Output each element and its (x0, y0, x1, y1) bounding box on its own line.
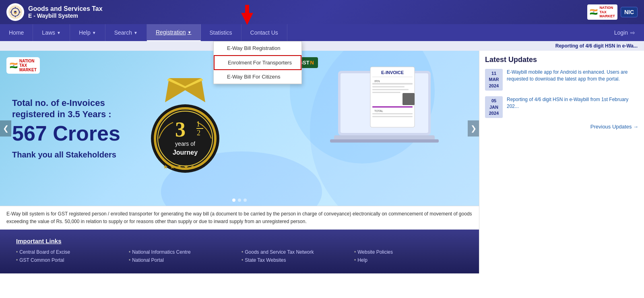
update-item-1: 11 MAR 2024 E-Waybill mobile app for And… (485, 69, 638, 91)
footer-link-website-policies[interactable]: Website Policies (354, 249, 463, 255)
footer-link-help[interactable]: Help (354, 257, 463, 263)
laws-caret-icon: ▼ (57, 31, 61, 35)
previous-updates-link[interactable]: Previous Updates → (485, 124, 638, 130)
update-date-2: 05 JAN 2024 (485, 96, 503, 118)
main-content: 🇮🇳 NATIONTAXMARKET NIC ≫ GSTN Total no. … (0, 51, 644, 273)
svg-text:🦁: 🦁 (14, 12, 17, 14)
header-title-line2: E - Waybill System (28, 12, 103, 19)
footer-col-2: National Informatics Centre National Por… (129, 249, 237, 265)
search-caret-icon: ▼ (134, 31, 138, 35)
help-caret-icon: ▼ (92, 31, 96, 35)
footer-link-central-board[interactable]: Central Board of Excise (16, 249, 125, 255)
nav-home[interactable]: Home (0, 24, 33, 41)
footer-links-grid: Central Board of Excise GST Common Porta… (16, 249, 463, 265)
laptop-graphic: E-INVOICE IRN TOTAL (326, 63, 455, 192)
nav-search[interactable]: Search ▼ (105, 24, 147, 41)
footer-title: Important Links (16, 238, 463, 244)
footer-link-gstn[interactable]: Goods and Service Tax Network (242, 249, 350, 255)
header-title-line1: Goods and Services Tax (28, 5, 103, 12)
navbar: Home Laws ▼ Help ▼ Search ▼ Registration… (0, 24, 644, 41)
footer-col-1: Central Board of Excise GST Common Porta… (16, 249, 125, 265)
slide-line2: registered in 3.5 Years : (12, 109, 120, 120)
header-right: 🇮🇳 NATIONTAXMARKET NIC (587, 4, 638, 20)
svg-rect-32 (372, 83, 413, 85)
ntm-text: NATIONTAXMARKET (19, 59, 37, 72)
svg-rect-36 (402, 93, 415, 105)
svg-rect-42 (330, 139, 439, 143)
dropdown-eway-bill-registration[interactable]: ✓ E-Way Bill Registration (214, 41, 301, 55)
nav-contact-us[interactable]: Contact Us (242, 24, 287, 41)
header-left: 🦁 Goods and Services Tax E - Waybill Sys… (6, 3, 103, 21)
svg-rect-35 (372, 92, 400, 93)
carousel-dot-2[interactable] (238, 199, 241, 202)
svg-text:E-INVOICE: E-INVOICE (381, 70, 404, 75)
carousel-prev-button[interactable]: ❮ (0, 120, 11, 137)
nav-registration[interactable]: Registration ▼ (147, 24, 201, 41)
carousel-dot-3[interactable] (244, 199, 247, 202)
nation-tax-logo: 🇮🇳 NATIONTAXMARKET (587, 4, 617, 20)
svg-text:★ ★ ★ ★ ★: ★ ★ ★ ★ ★ (163, 163, 196, 170)
description-text: E-Way bill system is for GST registered … (0, 206, 479, 230)
dropdown-eway-bill-citizens[interactable]: ✓ E-Way Bill For Citizens (214, 70, 301, 84)
login-button[interactable]: Login ⇨ (605, 29, 644, 36)
footer-col-4: Website Policies Help (354, 249, 463, 265)
svg-text:years of: years of (175, 141, 195, 147)
slide-line3: Thank you all Stakeholders (12, 150, 120, 159)
ntm-flag-icon: 🇮🇳 (10, 62, 18, 69)
svg-rect-34 (372, 89, 409, 90)
svg-marker-8 (241, 5, 253, 25)
slide-left-text: Total no. of e-Invoices registered in 3.… (12, 97, 120, 160)
ntm-badge: 🇮🇳 NATIONTAXMARKET (6, 57, 40, 74)
updates-title: Latest Updates (485, 56, 638, 64)
svg-text:2: 2 (197, 129, 200, 137)
carousel-dots (232, 199, 247, 202)
slide-big-number: 567 Crores (12, 121, 120, 145)
update-date-1: 11 MAR 2024 (485, 69, 503, 91)
svg-text:TOTAL: TOTAL (374, 110, 383, 112)
dropdown-enrolment-transporters[interactable]: ✓ Enrolment For Transporters (214, 55, 301, 70)
footer-col-3: Goods and Service Tax Network State Tax … (242, 249, 350, 265)
nav-help[interactable]: Help ▼ (70, 24, 105, 41)
registration-caret-icon: ▼ (188, 30, 192, 35)
updates-panel: Latest Updates 11 MAR 2024 E-Waybill mob… (479, 51, 644, 273)
footer-link-state-tax[interactable]: State Tax Websites (242, 257, 350, 263)
update-text-1: E-Waybill mobile app for Android is enha… (507, 69, 638, 83)
india-flag-icon: 🇮🇳 (590, 8, 598, 16)
carousel: 🇮🇳 NATIONTAXMARKET NIC ≫ GSTN Total no. … (0, 51, 479, 273)
footer-link-national-portal[interactable]: National Portal (129, 257, 237, 263)
red-arrow-indicator (239, 5, 255, 25)
svg-rect-39 (372, 113, 413, 114)
registration-dropdown: ✓ E-Way Bill Registration ✓ Enrolment Fo… (213, 41, 302, 84)
svg-rect-33 (372, 86, 405, 87)
header: 🦁 Goods and Services Tax E - Waybill Sys… (0, 0, 644, 24)
header-title: Goods and Services Tax E - Waybill Syste… (28, 5, 103, 19)
footer-link-gst-portal[interactable]: GST Common Portal (16, 257, 125, 263)
nic-badge: NIC (621, 7, 638, 17)
login-icon: ⇨ (630, 29, 635, 36)
medal-graphic: ★ ★ ★ ★ ★ 3 1 2 years of Journey (141, 78, 233, 179)
carousel-dot-1[interactable] (232, 199, 235, 202)
footer-link-nic[interactable]: National Informatics Centre (129, 249, 237, 255)
svg-text:Journey: Journey (173, 149, 198, 156)
svg-rect-37 (372, 106, 413, 108)
nation-tax-text: NATIONTAXMARKET (599, 6, 615, 19)
nav-statistics[interactable]: Statistics (201, 24, 242, 41)
carousel-next-button[interactable]: ❯ (468, 120, 479, 137)
update-item-2: 05 JAN 2024 Reporting of 4/6 digit HSN i… (485, 96, 638, 118)
alert-bar: Reporting of 4/6 digit HSN in e-Wa... (0, 41, 644, 51)
govt-logo: 🦁 (6, 3, 24, 21)
svg-text:IRN: IRN (374, 79, 380, 83)
svg-text:3: 3 (175, 118, 186, 141)
slide-line1: Total no. of e-Invoices (12, 97, 120, 110)
svg-text:1: 1 (196, 120, 200, 128)
svg-rect-40 (372, 116, 413, 117)
update-text-2: Reporting of 4/6 digit HSN in e-Waybill … (507, 96, 638, 110)
nav-right: Login ⇨ (605, 24, 644, 41)
nav-laws[interactable]: Laws ▼ (33, 24, 70, 41)
footer: Important Links Central Board of Excise … (0, 230, 479, 273)
